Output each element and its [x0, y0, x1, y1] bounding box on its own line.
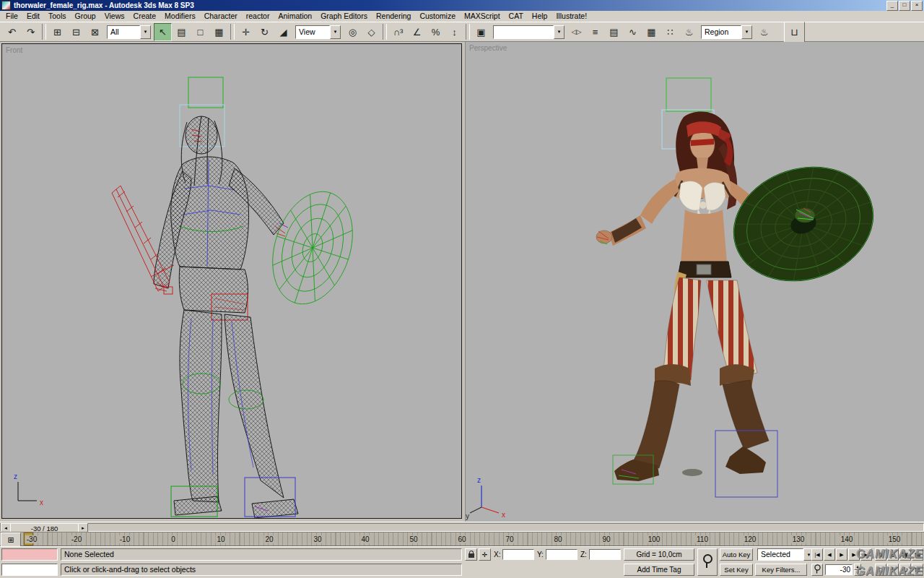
- menu-item-file[interactable]: File: [1, 11, 22, 22]
- percent-snap-icon[interactable]: %: [427, 23, 445, 41]
- chevron-down-icon[interactable]: ▼: [140, 25, 151, 39]
- undo-icon[interactable]: ↶: [3, 23, 21, 41]
- menu-item-cat[interactable]: CAT: [505, 11, 528, 22]
- maxscript-mini-listener-white[interactable]: [1, 564, 58, 576]
- frame-tick: -10: [118, 535, 131, 543]
- select-object-icon[interactable]: ↖: [154, 23, 172, 41]
- frame-spinner[interactable]: ▲ ▼: [854, 564, 861, 576]
- menu-item-views[interactable]: Views: [100, 11, 129, 22]
- set-key-button[interactable]: Set Key: [720, 564, 753, 576]
- next-frame-icon[interactable]: ▶: [848, 548, 860, 561]
- menu-item-help[interactable]: Help: [528, 11, 552, 22]
- zoom-icon[interactable]: ⊕: [875, 548, 886, 561]
- absolute-mode-icon[interactable]: ✛: [479, 548, 491, 561]
- menu-item-rendering[interactable]: Rendering: [372, 11, 415, 22]
- zoom-all-icon[interactable]: ⊛: [887, 548, 899, 561]
- pan-view-icon[interactable]: ✛: [887, 564, 899, 576]
- render-type-dropdown[interactable]: Region ▼: [701, 25, 752, 39]
- select-and-scale-icon[interactable]: ◢: [274, 23, 292, 41]
- select-and-move-icon[interactable]: ✛: [237, 23, 255, 41]
- y-coordinate-field[interactable]: [546, 549, 578, 560]
- spinner-up-icon[interactable]: ▲: [854, 564, 861, 570]
- previous-frame-icon[interactable]: ◀: [824, 548, 835, 561]
- layer-manager-icon[interactable]: ▤: [605, 23, 623, 41]
- quick-render-icon[interactable]: ♨: [755, 23, 773, 41]
- prompt-line: Click or click-and-drag to select object…: [61, 564, 462, 576]
- frame-tick: 110: [695, 535, 710, 543]
- menu-item-animation[interactable]: Animation: [274, 11, 316, 22]
- render-scene-icon[interactable]: ♨: [680, 23, 698, 41]
- menu-item-edit[interactable]: Edit: [22, 11, 44, 22]
- snaps-toggle-icon[interactable]: ∩³: [389, 23, 407, 41]
- menu-item-create[interactable]: Create: [129, 11, 161, 22]
- redo-icon[interactable]: ↷: [22, 23, 40, 41]
- spinner-snap-icon[interactable]: ↕: [445, 23, 463, 41]
- y-label: Y:: [537, 551, 544, 558]
- close-button[interactable]: ×: [911, 1, 923, 11]
- svg-text:x: x: [502, 511, 505, 519]
- zoom-region-icon[interactable]: □: [875, 564, 886, 576]
- zoom-extents-all-icon[interactable]: ▦: [912, 548, 923, 561]
- add-time-tag[interactable]: Add Time Tag: [624, 564, 694, 576]
- frame-tick: -30: [25, 535, 38, 543]
- named-selection-sets-dropdown[interactable]: ▼: [493, 25, 565, 39]
- current-frame-field[interactable]: [825, 564, 853, 575]
- menu-item-maxscript[interactable]: MAXScript: [460, 11, 505, 22]
- minimize-button[interactable]: _: [886, 1, 898, 11]
- svg-text:z: z: [14, 473, 17, 480]
- menu-item-illustrate[interactable]: Illustrate!: [552, 11, 591, 22]
- selection-lock-icon[interactable]: [465, 548, 477, 561]
- selection-filter-dropdown[interactable]: All ▼: [107, 25, 151, 39]
- viewport-front[interactable]: Front: [1, 43, 462, 519]
- menu-item-customize[interactable]: Customize: [415, 11, 460, 22]
- schematic-view-icon[interactable]: ▦: [642, 23, 661, 41]
- arc-rotate-icon[interactable]: ↻: [899, 564, 911, 576]
- frame-tick: 90: [601, 535, 611, 543]
- bind-to-spacewarp-icon[interactable]: ⊠: [86, 23, 104, 41]
- menu-item-modifiers[interactable]: Modifiers: [160, 11, 200, 22]
- play-animation-icon[interactable]: ▶: [836, 548, 847, 561]
- edit-named-selection-sets-icon[interactable]: ▣: [472, 23, 490, 41]
- spinner-down-icon[interactable]: ▼: [854, 570, 861, 577]
- time-slider-groove[interactable]: [0, 523, 924, 532]
- mirror-icon[interactable]: ◁▷: [567, 23, 585, 41]
- window-crossing-icon[interactable]: ▦: [210, 23, 228, 41]
- reference-coordinate-system-dropdown[interactable]: View ▼: [295, 25, 341, 39]
- key-filters-button[interactable]: Key Filters...: [755, 564, 807, 576]
- go-to-start-icon[interactable]: |◀: [811, 548, 823, 561]
- use-pivot-center-icon[interactable]: ◎: [344, 23, 362, 41]
- min-max-toggle-icon[interactable]: ⊞: [912, 564, 923, 576]
- select-and-manipulate-icon[interactable]: ◇: [362, 23, 380, 41]
- chevron-down-icon[interactable]: ▼: [554, 25, 565, 39]
- auto-key-button[interactable]: Auto Key: [720, 548, 753, 561]
- maximize-button[interactable]: □: [899, 1, 910, 11]
- select-by-name-icon[interactable]: ▤: [173, 23, 191, 41]
- window-title: thorwaler_female_rig.max - Autodesk 3ds …: [14, 1, 194, 9]
- material-editor-icon[interactable]: ∷: [661, 23, 679, 41]
- menu-item-tools[interactable]: Tools: [44, 11, 71, 22]
- z-coordinate-field[interactable]: [589, 549, 621, 560]
- select-and-link-icon[interactable]: ⊞: [48, 23, 66, 41]
- viewport-perspective[interactable]: Perspective: [465, 42, 924, 522]
- zoom-extents-icon[interactable]: ▣: [899, 548, 911, 561]
- maxscript-mini-listener-pink[interactable]: [1, 548, 58, 561]
- chevron-down-icon[interactable]: ▼: [741, 25, 752, 39]
- rectangular-selection-region-icon[interactable]: □: [191, 23, 209, 41]
- track-bar[interactable]: -30 -20 -10 0 10 20 30 40 50 60 70 80 90…: [0, 532, 924, 546]
- menu-item-character[interactable]: Character: [200, 11, 242, 22]
- trash-icon[interactable]: ⊔: [785, 23, 803, 41]
- align-icon[interactable]: ≡: [586, 23, 604, 41]
- go-to-end-icon[interactable]: ▶|: [860, 548, 872, 561]
- chevron-down-icon[interactable]: ▼: [330, 25, 341, 39]
- menu-item-graph-editors[interactable]: Graph Editors: [316, 11, 372, 22]
- curve-editor-icon[interactable]: ∿: [624, 23, 642, 41]
- select-and-rotate-icon[interactable]: ↻: [256, 23, 274, 41]
- key-mode-toggle-icon[interactable]: [811, 564, 823, 576]
- menu-item-reactor[interactable]: reactor: [242, 11, 274, 22]
- menu-item-group[interactable]: Group: [71, 11, 100, 22]
- angle-snap-icon[interactable]: ∠: [408, 23, 426, 41]
- trackbar-mode-icon[interactable]: ⊞: [1, 532, 21, 547]
- unlink-selection-icon[interactable]: ⊟: [67, 23, 85, 41]
- x-coordinate-field[interactable]: [502, 549, 534, 560]
- key-mode-dropdown[interactable]: Selected ▼: [757, 548, 814, 561]
